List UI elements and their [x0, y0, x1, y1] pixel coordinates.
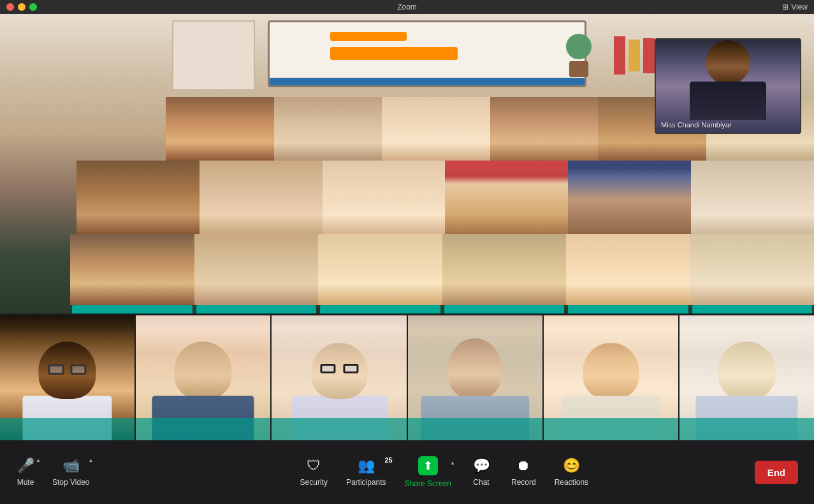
self-view-panel: Miss Chandi Nambiyar: [655, 38, 801, 134]
maximize-button[interactable]: [29, 3, 37, 11]
stop-video-label: Stop Video: [52, 478, 90, 487]
self-view-video: [656, 40, 800, 133]
list-item: [136, 315, 270, 440]
chat-label: Chat: [473, 478, 489, 487]
list-item: [194, 234, 319, 317]
mute-label: Mute: [17, 478, 34, 487]
list-item: [544, 315, 678, 440]
share-screen-icon: ⬆: [423, 459, 433, 473]
toolbar: 🎤 Mute ▲ 📹 Stop Video ▲ 🛡 Security 👥 25 …: [0, 440, 814, 504]
reactions-label: Reactions: [555, 478, 588, 487]
bottom-video-row: [0, 315, 814, 440]
mute-button[interactable]: 🎤 Mute ▲: [6, 452, 45, 492]
window-controls: [6, 3, 37, 11]
microphone-icon: 🎤: [17, 457, 34, 474]
close-button[interactable]: [6, 3, 14, 11]
list-item: [408, 315, 542, 440]
toolbar-right-section: End: [755, 461, 808, 484]
title-bar: Zoom ⊞ View: [0, 0, 814, 14]
record-button[interactable]: ⏺ Record: [504, 452, 544, 492]
share-screen-label: Share Screen: [405, 479, 451, 488]
share-screen-icon-bg: ⬆: [418, 456, 438, 475]
list-item: [0, 315, 134, 440]
view-control[interactable]: ⊞ View: [782, 3, 808, 11]
reactions-icon: 😊: [563, 457, 580, 474]
left-wall-decoration: [172, 20, 255, 90]
section-divider: [0, 313, 814, 315]
shield-icon: 🛡: [307, 457, 321, 474]
video-caret-icon[interactable]: ▲: [89, 457, 94, 463]
main-video-area: Miss Chandi Nambiyar: [0, 14, 814, 440]
list-item: [318, 234, 442, 317]
chat-icon: 💬: [473, 457, 490, 474]
toolbar-center-section: 🛡 Security 👥 25 Participants ⬆ Share Scr…: [134, 451, 755, 493]
participants-icon: 👥: [358, 457, 375, 474]
share-screen-button[interactable]: ⬆ Share Screen ▲: [397, 451, 459, 493]
list-item: [442, 234, 567, 317]
list-item: [272, 315, 406, 440]
record-label: Record: [511, 478, 536, 487]
reactions-button[interactable]: 😊 Reactions: [547, 452, 596, 492]
self-view-name: Miss Chandi Nambiyar: [661, 121, 732, 129]
chat-button[interactable]: 💬 Chat: [462, 452, 500, 492]
mute-caret-icon[interactable]: ▲: [36, 457, 41, 463]
participants-count: 25: [384, 456, 392, 464]
participants-label: Participants: [346, 478, 386, 487]
list-item: [690, 234, 815, 317]
app-title: Zoom: [397, 3, 417, 11]
record-icon: ⏺: [516, 457, 530, 474]
student-row-3: [70, 234, 814, 317]
grid-view-icon: ⊞: [782, 3, 789, 11]
stop-video-button[interactable]: 📹 Stop Video ▲: [45, 452, 98, 492]
participants-button[interactable]: 👥 25 Participants: [338, 452, 394, 492]
list-item: [680, 315, 814, 440]
list-item: [70, 234, 194, 317]
toolbar-left-section: 🎤 Mute ▲ 📹 Stop Video ▲: [6, 452, 134, 492]
minimize-button[interactable]: [18, 3, 25, 11]
right-shelf: [508, 17, 661, 94]
end-button[interactable]: End: [755, 461, 798, 484]
list-item: [566, 234, 690, 317]
security-label: Security: [300, 478, 328, 487]
security-button[interactable]: 🛡 Security: [293, 452, 335, 492]
video-icon: 📹: [62, 457, 80, 474]
share-caret-icon[interactable]: ▲: [450, 460, 455, 466]
